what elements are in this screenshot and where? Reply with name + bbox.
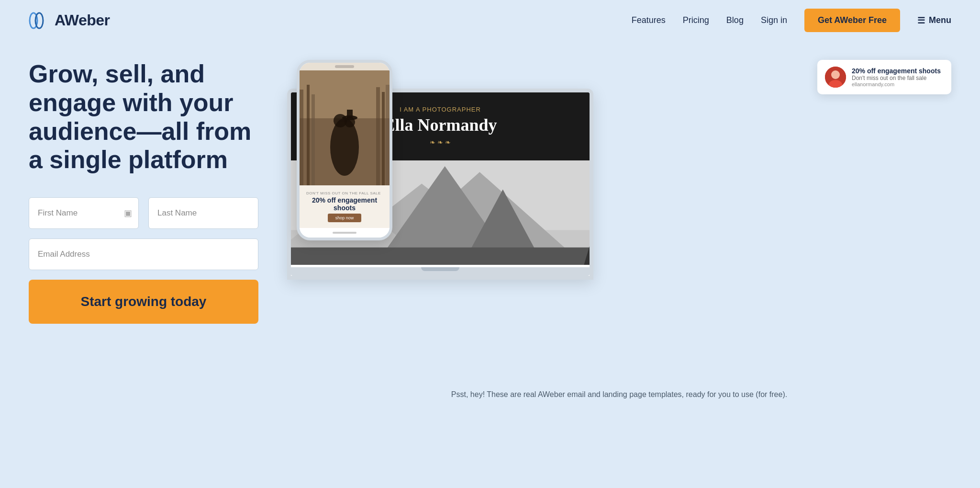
phone-mockup: Don't miss out on the fall sale 20% off … [297, 60, 392, 240]
phone-home-indicator [333, 232, 356, 234]
phone-promo-small-text: Don't miss out on the fall sale [306, 191, 383, 195]
svg-point-3 [831, 70, 840, 79]
start-growing-button[interactable]: Start growing today [29, 280, 258, 324]
nav-blog[interactable]: Blog [726, 15, 744, 25]
svg-rect-7 [300, 90, 303, 185]
navbar: AWeber Features Pricing Blog Sign in Get… [0, 0, 980, 41]
notification-url: ellanormandy.com [852, 81, 941, 87]
name-fields-row: ▣ [29, 197, 258, 229]
phone-top-bar [300, 63, 390, 70]
nav-features[interactable]: Features [632, 15, 666, 25]
nav-cta[interactable]: Get AWeber Free [804, 9, 900, 32]
nav-links: Features Pricing Blog Sign in Get AWeber… [632, 9, 951, 32]
notification-avatar [825, 67, 846, 88]
svg-rect-9 [312, 94, 315, 185]
notification-subtitle: Don't miss out on the fall sale [852, 75, 941, 81]
svg-rect-8 [307, 85, 310, 185]
svg-text:❧ ❧ ❧: ❧ ❧ ❧ [430, 138, 451, 146]
hero-section: Grow, sell, and engage with your audienc… [0, 41, 980, 432]
svg-point-13 [330, 118, 359, 176]
phone-image-svg [300, 70, 390, 185]
svg-rect-12 [386, 85, 390, 185]
hero-left: Grow, sell, and engage with your audienc… [29, 60, 258, 324]
phone-bottom-bar [300, 228, 390, 238]
get-aweber-free-button[interactable]: Get AWeber Free [804, 9, 900, 32]
email-field-wrap [29, 238, 258, 270]
laptop-base [291, 267, 590, 276]
hero-right: 20% off engagement shoots Don't miss out… [287, 60, 951, 404]
first-name-field: ▣ [29, 197, 139, 229]
svg-rect-17 [347, 110, 353, 118]
svg-rect-11 [382, 92, 385, 185]
svg-rect-10 [376, 87, 380, 185]
hero-caption: Psst, hey! These are real AWeber email a… [287, 386, 951, 404]
last-name-input[interactable] [148, 197, 258, 229]
phone-notch [335, 65, 354, 68]
phone-promo-button[interactable]: shop now [328, 214, 362, 222]
notification-card: 20% off engagement shoots Don't miss out… [817, 60, 951, 94]
phone-promo-title: 20% off engagement shoots [306, 196, 383, 212]
notification-title: 20% off engagement shoots [852, 67, 941, 75]
last-name-field [148, 197, 258, 229]
notification-text: 20% off engagement shoots Don't miss out… [852, 67, 941, 87]
logo-text: AWeber [55, 11, 110, 29]
nav-signin[interactable]: Sign in [761, 15, 787, 25]
hero-headline: Grow, sell, and engage with your audienc… [29, 60, 258, 174]
phone-hero-image [300, 70, 390, 185]
email-input[interactable] [29, 238, 258, 270]
svg-rect-26 [291, 248, 590, 265]
first-name-input[interactable] [29, 197, 139, 229]
nav-menu-toggle[interactable]: ☰ Menu [917, 15, 951, 26]
nav-pricing[interactable]: Pricing [683, 15, 709, 25]
svg-point-1 [35, 13, 43, 28]
phone-promo-section: Don't miss out on the fall sale 20% off … [300, 185, 390, 228]
logo[interactable]: AWeber [29, 10, 110, 31]
logo-icon [29, 10, 50, 31]
phone-frame: Don't miss out on the fall sale 20% off … [297, 60, 392, 240]
person-icon: ▣ [124, 208, 132, 218]
hamburger-icon: ☰ [917, 15, 925, 26]
